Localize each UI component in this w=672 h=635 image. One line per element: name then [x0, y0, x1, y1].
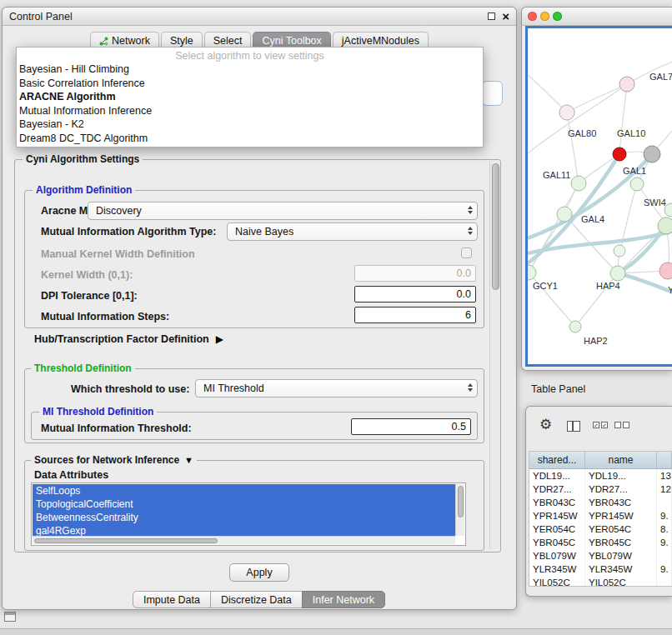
mi-type-select[interactable]: Naive Bayes [227, 222, 478, 241]
which-threshold-select[interactable]: MI Threshold [195, 379, 478, 398]
aracne-mode-select[interactable]: Discovery [88, 202, 478, 220]
dpi-tolerance-input[interactable] [354, 286, 476, 302]
data-attributes-listbox: SelfLoopsTopologicalCoefficientBetweenne… [31, 482, 466, 546]
table-cell: YDR27... [585, 482, 657, 496]
network-node[interactable] [659, 262, 672, 279]
scrollbar-thumb[interactable] [492, 163, 499, 290]
node-label: HAP4 [596, 281, 620, 291]
float-window-icon[interactable] [488, 12, 495, 20]
control-panel-titlebar[interactable]: Control Panel × [3, 8, 516, 26]
mi-threshold-label: Mutual Information Threshold: [41, 420, 192, 437]
kernel-width-input [354, 265, 476, 282]
list-horizontal-scrollbar[interactable] [33, 536, 455, 544]
manual-kernel-checkbox[interactable] [461, 248, 472, 258]
network-node[interactable] [557, 207, 572, 222]
select-all-icon[interactable]: ✓ ✓ [593, 422, 608, 428]
attribute-item[interactable]: TopologicalCoefficient [33, 498, 455, 511]
table-row[interactable]: YDR27...YDR27...12 [529, 482, 672, 496]
network-node[interactable] [571, 176, 586, 191]
tab-infer-network[interactable]: Infer Network [302, 591, 385, 608]
table-row[interactable]: YDL19...YDL19...13 [529, 469, 672, 482]
aracne-mode-value: Discovery [96, 205, 142, 217]
table-cell: YBL079W [585, 549, 657, 562]
collapsed-arrow-icon[interactable]: ▶ [216, 333, 223, 345]
table-row[interactable]: YBR043CYBR043C [529, 496, 672, 509]
table-row[interactable]: YBR045CYBR045C9. [529, 536, 672, 549]
tab-impute-data[interactable]: Impute Data [133, 591, 211, 608]
network-node[interactable] [658, 218, 672, 234]
table-cell: YDL19... [585, 469, 657, 482]
network-node[interactable] [630, 178, 644, 191]
window-buttons: × [488, 12, 509, 21]
partial-control[interactable] [482, 81, 503, 106]
table-cell: YER054C [585, 522, 657, 536]
network-edge[interactable] [528, 75, 567, 112]
table-row[interactable]: YPR145WYPR145W9. [529, 509, 672, 522]
network-node[interactable] [614, 245, 625, 257]
settings-group-title: Cyni Algorithm Settings [23, 153, 143, 165]
minimize-window-icon[interactable] [540, 12, 549, 21]
network-node[interactable] [613, 148, 626, 161]
table-cell [657, 496, 672, 509]
gear-icon[interactable]: ⚙ [539, 418, 552, 432]
network-node[interactable] [528, 265, 536, 280]
node-label: GAL80 [568, 128, 596, 138]
zoom-window-icon[interactable] [553, 12, 562, 21]
settings-scrollbar[interactable] [489, 161, 500, 549]
unchecked-box-icon [623, 422, 629, 428]
list-vertical-scrollbar[interactable] [455, 484, 464, 536]
column-header[interactable]: shared... [529, 452, 585, 468]
tab-label: Style [170, 35, 193, 47]
algorithm-option[interactable]: Basic Correlation Inference [17, 77, 483, 91]
node-label: GCY1 [533, 281, 558, 291]
attribute-item[interactable]: gal4RGexp [33, 524, 455, 536]
table-row[interactable]: YBL079WYBL079W [529, 549, 672, 562]
network-node[interactable] [559, 105, 574, 120]
network-canvas-svg: GAL7GAL80GAL10GAL11GAL1SWI4GAL4GCY1HAP4H… [528, 28, 672, 366]
close-window-icon[interactable] [528, 12, 537, 21]
table-cell: YDR27... [529, 482, 585, 496]
attribute-item[interactable]: BetweennessCentrality [33, 511, 455, 524]
mi-steps-input[interactable] [354, 307, 476, 323]
column-header[interactable]: name [585, 452, 657, 468]
apply-button[interactable]: Apply [229, 563, 289, 582]
table-cell: 12 [657, 482, 672, 496]
checked-box-icon: ✓ [593, 422, 599, 428]
algorithm-option[interactable]: ARACNE Algorithm [17, 90, 483, 104]
close-window-icon[interactable]: × [502, 12, 509, 21]
table-header-row: shared...name [529, 452, 672, 469]
hub-definition-toggle[interactable]: Hub/Transcription Factor Definition ▶ [34, 331, 223, 348]
network-window-titlebar[interactable] [522, 8, 672, 26]
mi-threshold-input[interactable] [351, 418, 471, 435]
tab-discretize-data[interactable]: Discretize Data [210, 591, 303, 608]
algorithm-option[interactable]: Bayesian - Hill Climbing [17, 62, 483, 77]
algorithm-option[interactable]: Bayesian - K2 [17, 118, 483, 132]
network-edge[interactable] [567, 84, 627, 112]
kernel-width-label: Kernel Width (0,1): [41, 267, 133, 283]
algorithm-option[interactable]: Mutual Information Inference [17, 104, 483, 118]
network-node[interactable] [619, 77, 634, 92]
network-node[interactable] [644, 146, 660, 162]
attribute-item[interactable]: SelfLoops [33, 484, 455, 498]
network-edge[interactable] [528, 84, 627, 153]
collapsed-panel-icon[interactable] [4, 612, 16, 622]
sources-group-title[interactable]: Sources for Network Inference▼ [31, 454, 197, 466]
column-selector-icon[interactable] [567, 421, 580, 432]
network-edge[interactable] [619, 84, 627, 154]
table-row[interactable]: YIL052CYIL052C [529, 576, 672, 587]
tab-label: Infer Network [313, 594, 374, 606]
expanded-arrow-icon[interactable]: ▼ [184, 455, 193, 465]
scrollbar-thumb[interactable] [458, 486, 464, 518]
network-node[interactable] [569, 321, 581, 332]
node-label: SWI4 [644, 198, 666, 208]
column-header[interactable] [657, 452, 672, 468]
algorithm-option[interactable]: Dream8 DC_TDC Algorithm [17, 132, 483, 146]
table-row[interactable]: YLR345WYLR345W9. [529, 562, 672, 576]
network-node[interactable] [610, 266, 625, 281]
table-row[interactable]: YER054CYER054C8. [529, 522, 672, 536]
combo-stepper-icon [468, 383, 473, 392]
deselect-all-icon[interactable] [614, 422, 629, 428]
table-cell: 8. [657, 522, 672, 536]
table-cell: 9. [657, 509, 672, 522]
scrollbar-thumb[interactable] [34, 538, 218, 543]
